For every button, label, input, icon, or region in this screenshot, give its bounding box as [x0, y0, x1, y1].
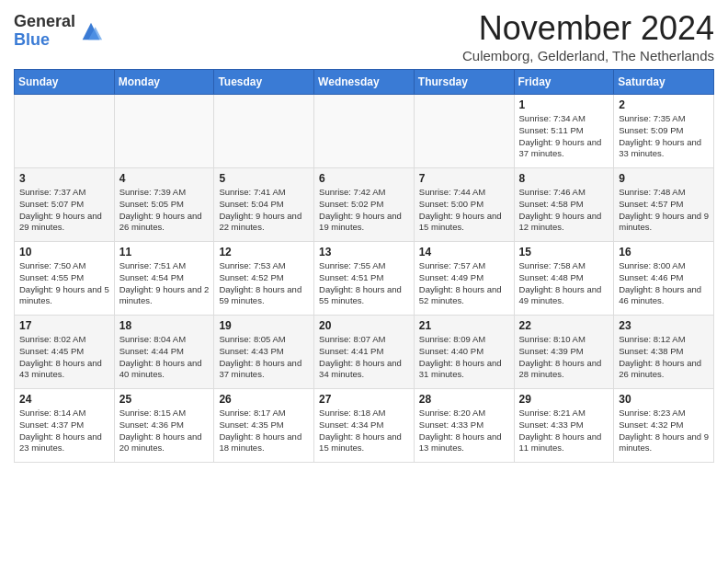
calendar-cell: 15Sunrise: 7:58 AM Sunset: 4:48 PM Dayli… — [514, 242, 614, 316]
day-number: 14 — [419, 246, 509, 259]
weekday-saturday: Saturday — [614, 70, 714, 95]
calendar-cell: 16Sunrise: 8:00 AM Sunset: 4:46 PM Dayli… — [614, 242, 714, 316]
day-info: Sunrise: 7:57 AM Sunset: 4:49 PM Dayligh… — [419, 260, 509, 307]
day-info: Sunrise: 7:50 AM Sunset: 4:55 PM Dayligh… — [19, 260, 109, 307]
calendar-cell: 19Sunrise: 8:05 AM Sunset: 4:43 PM Dayli… — [214, 316, 314, 389]
weekday-friday: Friday — [514, 70, 614, 95]
day-info: Sunrise: 8:10 AM Sunset: 4:39 PM Dayligh… — [519, 334, 609, 381]
day-number: 28 — [419, 393, 509, 406]
day-number: 1 — [519, 98, 609, 111]
day-info: Sunrise: 7:48 AM Sunset: 4:57 PM Dayligh… — [619, 187, 709, 234]
day-number: 2 — [619, 98, 709, 111]
calendar-cell — [214, 95, 314, 168]
logo-blue: Blue — [14, 31, 75, 50]
day-info: Sunrise: 7:39 AM Sunset: 5:05 PM Dayligh… — [119, 187, 210, 234]
calendar-cell: 21Sunrise: 8:09 AM Sunset: 4:40 PM Dayli… — [414, 316, 514, 389]
location-subtitle: Culemborg, Gelderland, The Netherlands — [462, 48, 714, 63]
day-info: Sunrise: 7:58 AM Sunset: 4:48 PM Dayligh… — [519, 260, 609, 307]
weekday-wednesday: Wednesday — [314, 70, 415, 95]
day-info: Sunrise: 8:12 AM Sunset: 4:38 PM Dayligh… — [619, 334, 709, 381]
day-number: 26 — [219, 393, 309, 406]
day-info: Sunrise: 7:55 AM Sunset: 4:51 PM Dayligh… — [319, 260, 409, 307]
weekday-header-row: SundayMondayTuesdayWednesdayThursdayFrid… — [15, 70, 714, 95]
day-info: Sunrise: 8:20 AM Sunset: 4:33 PM Dayligh… — [419, 408, 509, 454]
day-info: Sunrise: 7:41 AM Sunset: 5:04 PM Dayligh… — [219, 187, 309, 234]
day-number: 13 — [319, 246, 409, 259]
calendar-cell: 30Sunrise: 8:23 AM Sunset: 4:32 PM Dayli… — [614, 389, 714, 463]
day-number: 3 — [19, 172, 109, 185]
calendar-cell: 12Sunrise: 7:53 AM Sunset: 4:52 PM Dayli… — [214, 242, 314, 316]
day-info: Sunrise: 8:02 AM Sunset: 4:45 PM Dayligh… — [19, 334, 109, 381]
day-info: Sunrise: 8:09 AM Sunset: 4:40 PM Dayligh… — [419, 334, 509, 381]
calendar-cell — [15, 95, 115, 168]
day-info: Sunrise: 7:51 AM Sunset: 4:54 PM Dayligh… — [119, 260, 210, 307]
calendar-cell: 25Sunrise: 8:15 AM Sunset: 4:36 PM Dayli… — [114, 389, 214, 463]
calendar-cell: 9Sunrise: 7:48 AM Sunset: 4:57 PM Daylig… — [614, 168, 714, 242]
calendar-cell: 17Sunrise: 8:02 AM Sunset: 4:45 PM Dayli… — [15, 316, 115, 389]
day-info: Sunrise: 8:14 AM Sunset: 4:37 PM Dayligh… — [19, 408, 109, 454]
day-number: 30 — [619, 393, 709, 406]
calendar-cell: 3Sunrise: 7:37 AM Sunset: 5:07 PM Daylig… — [15, 168, 115, 242]
day-number: 20 — [319, 319, 409, 332]
calendar-cell — [314, 95, 415, 168]
day-number: 17 — [19, 319, 109, 332]
calendar-week-2: 3Sunrise: 7:37 AM Sunset: 5:07 PM Daylig… — [15, 168, 714, 242]
calendar-cell: 7Sunrise: 7:44 AM Sunset: 5:00 PM Daylig… — [414, 168, 514, 242]
calendar-cell: 11Sunrise: 7:51 AM Sunset: 4:54 PM Dayli… — [114, 242, 214, 316]
day-number: 21 — [419, 319, 509, 332]
weekday-tuesday: Tuesday — [214, 70, 314, 95]
calendar-cell: 1Sunrise: 7:34 AM Sunset: 5:11 PM Daylig… — [514, 95, 614, 168]
day-info: Sunrise: 8:00 AM Sunset: 4:46 PM Dayligh… — [619, 260, 709, 307]
day-number: 18 — [119, 319, 210, 332]
day-number: 9 — [619, 172, 709, 185]
calendar-table: SundayMondayTuesdayWednesdayThursdayFrid… — [14, 69, 714, 463]
calendar-cell: 5Sunrise: 7:41 AM Sunset: 5:04 PM Daylig… — [214, 168, 314, 242]
calendar-cell: 14Sunrise: 7:57 AM Sunset: 4:49 PM Dayli… — [414, 242, 514, 316]
calendar-cell: 2Sunrise: 7:35 AM Sunset: 5:09 PM Daylig… — [614, 95, 714, 168]
day-number: 25 — [119, 393, 210, 406]
day-number: 7 — [419, 172, 509, 185]
day-info: Sunrise: 7:53 AM Sunset: 4:52 PM Dayligh… — [219, 260, 309, 307]
day-info: Sunrise: 8:15 AM Sunset: 4:36 PM Dayligh… — [119, 408, 210, 454]
calendar-cell: 4Sunrise: 7:39 AM Sunset: 5:05 PM Daylig… — [114, 168, 214, 242]
logo-icon — [78, 18, 104, 44]
day-number: 4 — [119, 172, 210, 185]
day-info: Sunrise: 8:05 AM Sunset: 4:43 PM Dayligh… — [219, 334, 309, 381]
month-title: November 2024 — [462, 9, 714, 48]
calendar-week-1: 1Sunrise: 7:34 AM Sunset: 5:11 PM Daylig… — [15, 95, 714, 168]
day-info: Sunrise: 8:17 AM Sunset: 4:35 PM Dayligh… — [219, 408, 309, 454]
weekday-thursday: Thursday — [414, 70, 514, 95]
day-number: 24 — [19, 393, 109, 406]
calendar-cell: 6Sunrise: 7:42 AM Sunset: 5:02 PM Daylig… — [314, 168, 415, 242]
calendar-cell: 28Sunrise: 8:20 AM Sunset: 4:33 PM Dayli… — [414, 389, 514, 463]
calendar-cell: 10Sunrise: 7:50 AM Sunset: 4:55 PM Dayli… — [15, 242, 115, 316]
day-info: Sunrise: 7:46 AM Sunset: 4:58 PM Dayligh… — [519, 187, 609, 234]
day-info: Sunrise: 7:37 AM Sunset: 5:07 PM Dayligh… — [19, 187, 109, 234]
day-number: 23 — [619, 319, 709, 332]
day-number: 27 — [319, 393, 409, 406]
weekday-monday: Monday — [114, 70, 214, 95]
calendar-week-5: 24Sunrise: 8:14 AM Sunset: 4:37 PM Dayli… — [15, 389, 714, 463]
day-info: Sunrise: 8:07 AM Sunset: 4:41 PM Dayligh… — [319, 334, 409, 381]
calendar-cell: 20Sunrise: 8:07 AM Sunset: 4:41 PM Dayli… — [314, 316, 415, 389]
day-info: Sunrise: 7:42 AM Sunset: 5:02 PM Dayligh… — [319, 187, 409, 234]
calendar-cell: 26Sunrise: 8:17 AM Sunset: 4:35 PM Dayli… — [214, 389, 314, 463]
day-info: Sunrise: 8:04 AM Sunset: 4:44 PM Dayligh… — [119, 334, 210, 381]
day-number: 5 — [219, 172, 309, 185]
day-number: 11 — [119, 246, 210, 259]
day-number: 16 — [619, 246, 709, 259]
calendar-cell: 13Sunrise: 7:55 AM Sunset: 4:51 PM Dayli… — [314, 242, 415, 316]
calendar-week-3: 10Sunrise: 7:50 AM Sunset: 4:55 PM Dayli… — [15, 242, 714, 316]
day-number: 19 — [219, 319, 309, 332]
calendar-cell: 8Sunrise: 7:46 AM Sunset: 4:58 PM Daylig… — [514, 168, 614, 242]
day-info: Sunrise: 8:21 AM Sunset: 4:33 PM Dayligh… — [519, 408, 609, 454]
day-number: 15 — [519, 246, 609, 259]
title-area: November 2024 Culemborg, Gelderland, The… — [462, 9, 714, 63]
header: General Blue November 2024 Culemborg, Ge… — [14, 9, 714, 63]
day-info: Sunrise: 7:34 AM Sunset: 5:11 PM Dayligh… — [519, 113, 609, 160]
day-number: 10 — [19, 246, 109, 259]
calendar-cell: 18Sunrise: 8:04 AM Sunset: 4:44 PM Dayli… — [114, 316, 214, 389]
day-info: Sunrise: 8:23 AM Sunset: 4:32 PM Dayligh… — [619, 408, 709, 454]
calendar-cell — [114, 95, 214, 168]
logo-general: General — [14, 13, 75, 31]
